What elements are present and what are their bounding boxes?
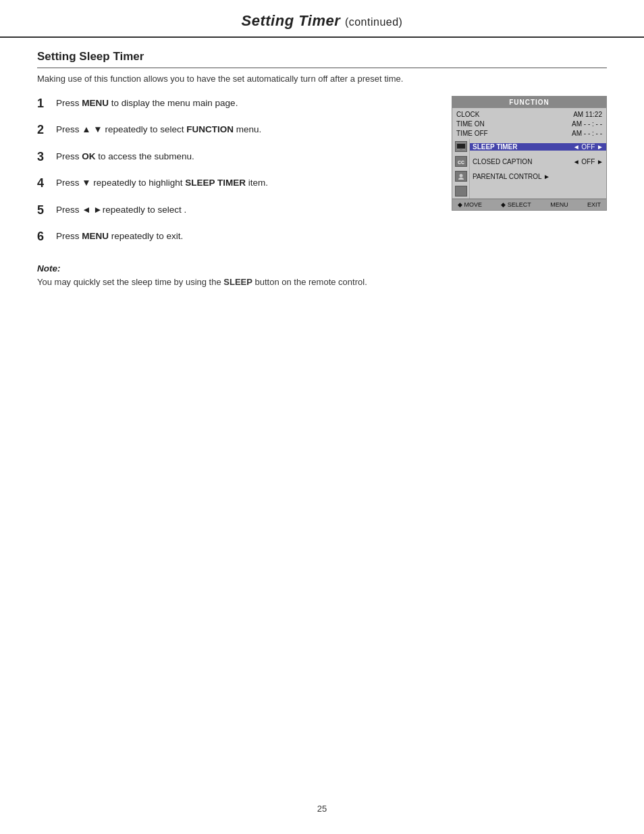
steps-column: 1 Press MENU to display the menu main pa…: [37, 96, 438, 255]
tv-menu-select: ◆ SELECT: [501, 201, 531, 208]
tv-parental-control-row: PARENTAL CONTROL ►: [452, 169, 606, 184]
step-4: 4 Press ▼ repeatedly to highlight SLEEP …: [37, 176, 438, 191]
step-1: 1 Press MENU to display the menu main pa…: [37, 96, 438, 111]
tv-menu-bottom-bar: ◆ MOVE ◆ SELECT MENU EXIT: [452, 199, 606, 210]
tv-parental-control-content: PARENTAL CONTROL ►: [470, 173, 606, 180]
tv-menu-move: ◆ MOVE: [458, 201, 482, 208]
step-1-number: 1: [37, 96, 56, 111]
page-number: 25: [0, 804, 644, 814]
tv-icon-rows: SLEEP TIMER ◄ OFF ► CC CLOSED CAPTION: [452, 139, 606, 199]
tv-sleep-timer-value: ◄ OFF ►: [573, 143, 603, 151]
note-title: Note:: [37, 263, 607, 273]
tv-menu-timeoff-row: TIME OFF AM - - : - -: [456, 128, 602, 138]
step-2-text: Press ▲ ▼ repeatedly to select FUNCTION …: [56, 122, 261, 136]
header-title: Setting Timer: [242, 12, 341, 29]
step-5: 5 Press ◄ ►repeatedly to select .: [37, 203, 438, 218]
step-6: 6 Press MENU repeatedly to exit.: [37, 229, 438, 244]
tv-closed-caption-content: CLOSED CAPTION ◄ OFF ►: [470, 158, 606, 165]
page-header: Setting Timer (continued): [0, 0, 644, 38]
step-5-number: 5: [37, 203, 56, 218]
tv-menu-timeon-label: TIME ON: [456, 120, 485, 128]
closed-caption-icon: CC: [455, 156, 467, 167]
tv-menu-timeon-value: AM - - : - -: [572, 120, 602, 128]
step-6-text: Press MENU repeatedly to exit.: [56, 229, 183, 243]
svg-rect-1: [457, 144, 465, 149]
tv-menu-screenshot: FUNCTION CLOCK AM 11:22 TIME ON AM - - :…: [452, 96, 607, 211]
parental-control-icon: [455, 171, 467, 182]
section-description: Making use of this function allows you t…: [37, 74, 607, 84]
tv-empty-row: [452, 184, 606, 199]
note-section: Note: You may quickly set the sleep time…: [37, 263, 607, 289]
tv-menu-exit: EXIT: [587, 201, 601, 208]
tv-sleep-timer-content: SLEEP TIMER ◄ OFF ►: [470, 143, 606, 151]
tv-sleep-timer-row: SLEEP TIMER ◄ OFF ►: [452, 139, 606, 154]
tv-parental-control-label: PARENTAL CONTROL ►: [473, 173, 550, 180]
step-6-number: 6: [37, 229, 56, 244]
header-continued: (continued): [345, 16, 403, 28]
step-4-number: 4: [37, 176, 56, 191]
tv-icon-cell-sleep: [452, 139, 470, 154]
step-3-number: 3: [37, 149, 56, 165]
sleep-timer-icon: [455, 141, 467, 152]
empty-icon: [455, 186, 467, 197]
step-3: 3 Press OK to access the submenu.: [37, 149, 438, 165]
svg-text:CC: CC: [458, 160, 464, 165]
note-text: You may quickly set the sleep time by us…: [37, 276, 607, 289]
tv-closed-caption-value: ◄ OFF ►: [573, 158, 603, 165]
note-bold-sleep: SLEEP: [223, 277, 252, 287]
tv-menu-timeoff-label: TIME OFF: [456, 130, 488, 137]
content-area: 1 Press MENU to display the menu main pa…: [37, 96, 607, 255]
tv-menu-top-rows: CLOCK AM 11:22 TIME ON AM - - : - - TIME…: [452, 108, 606, 139]
tv-icon-cell-cc: CC: [452, 154, 470, 169]
svg-rect-3: [460, 149, 462, 151]
tv-closed-caption-label: CLOSED CAPTION: [473, 158, 532, 165]
tv-menu-timeoff-value: AM - - : - -: [572, 130, 602, 137]
tv-closed-caption-row: CC CLOSED CAPTION ◄ OFF ►: [452, 154, 606, 169]
tv-menu-menu: MENU: [550, 201, 568, 208]
tv-icon-cell-parental: [452, 169, 470, 184]
svg-point-7: [459, 174, 462, 177]
tv-menu-clock-row: CLOCK AM 11:22: [456, 109, 602, 119]
step-2-number: 2: [37, 122, 56, 138]
tv-menu-clock-value: AM 11:22: [573, 111, 602, 118]
step-1-text: Press MENU to display the menu main page…: [56, 96, 238, 110]
step-3-text: Press OK to access the submenu.: [56, 149, 194, 163]
step-4-text: Press ▼ repeatedly to highlight SLEEP TI…: [56, 176, 268, 190]
tv-sleep-timer-label: SLEEP TIMER: [473, 143, 518, 151]
step-2: 2 Press ▲ ▼ repeatedly to select FUNCTIO…: [37, 122, 438, 138]
section-title: Setting Sleep Timer: [37, 50, 607, 68]
tv-icon-cell-empty: [452, 184, 470, 199]
tv-menu-clock-label: CLOCK: [456, 111, 479, 118]
tv-menu-title: FUNCTION: [452, 97, 606, 108]
step-5-text: Press ◄ ►repeatedly to select .: [56, 203, 186, 217]
tv-menu-timeon-row: TIME ON AM - - : - -: [456, 119, 602, 128]
